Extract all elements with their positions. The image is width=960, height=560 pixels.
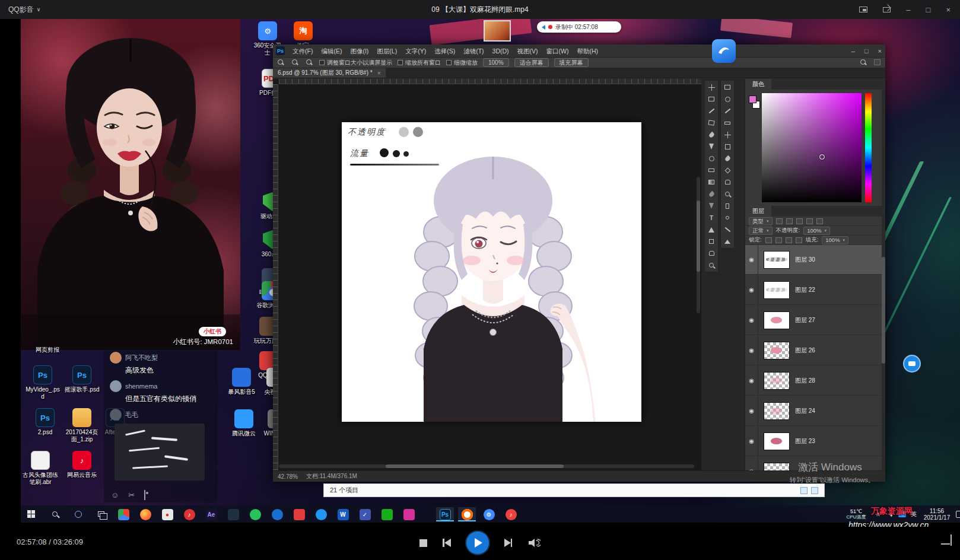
volume-icon[interactable] bbox=[527, 538, 541, 548]
shape-tool-icon[interactable] bbox=[708, 238, 715, 245]
panel-icon[interactable] bbox=[724, 167, 731, 174]
app-menu[interactable]: QQ影音 ∨ bbox=[8, 5, 40, 15]
menu-select[interactable]: 选择(S) bbox=[430, 44, 459, 58]
panel-icon[interactable] bbox=[724, 226, 731, 233]
view-details-icon[interactable] bbox=[800, 487, 808, 494]
gradient-tool-icon[interactable] bbox=[708, 179, 715, 186]
layer-thumbnail[interactable] bbox=[764, 372, 790, 390]
menu-type[interactable]: 文字(Y) bbox=[401, 44, 430, 58]
vertical-scrollbar[interactable] bbox=[697, 177, 700, 313]
crop-tool-icon[interactable] bbox=[708, 119, 715, 126]
saturation-brightness-field[interactable] bbox=[762, 93, 862, 202]
workspace-icon[interactable] bbox=[874, 59, 880, 65]
panel-icon[interactable] bbox=[724, 96, 731, 103]
taskbar-netease-music-icon[interactable]: ♪ bbox=[180, 507, 198, 521]
panel-icon[interactable] bbox=[724, 143, 731, 150]
lock-pixels-icon[interactable] bbox=[775, 237, 782, 243]
layer-thumbnail[interactable] bbox=[764, 311, 790, 329]
visibility-eye-icon[interactable]: ◉ bbox=[745, 336, 758, 365]
panel-icon[interactable] bbox=[724, 119, 731, 126]
layer-row[interactable]: ◉ bbox=[745, 457, 882, 470]
zoom-all-windows-checkbox[interactable]: 缩放所有窗口 bbox=[398, 59, 441, 67]
type-tool-icon[interactable] bbox=[708, 214, 715, 221]
filter-shape-icon[interactable] bbox=[806, 218, 813, 224]
layer-row[interactable]: ◉ 图层 22 bbox=[745, 275, 882, 305]
panel-icon[interactable] bbox=[724, 238, 731, 245]
move-tool-icon[interactable] bbox=[708, 84, 715, 91]
blur-tool-icon[interactable] bbox=[708, 190, 715, 198]
notification-center-icon[interactable] bbox=[955, 505, 960, 523]
filter-pixel-icon[interactable] bbox=[776, 218, 783, 224]
eraser-tool-icon[interactable] bbox=[708, 167, 715, 174]
visibility-eye-icon[interactable]: ◉ bbox=[745, 396, 758, 426]
color-panel-tab[interactable]: 颜色 bbox=[745, 79, 771, 90]
layer-thumbnail[interactable] bbox=[764, 342, 790, 359]
lasso-tool-icon[interactable] bbox=[708, 107, 715, 114]
visibility-eye-icon[interactable]: ◉ bbox=[745, 457, 758, 471]
task-view-icon[interactable] bbox=[93, 507, 109, 521]
layer-row[interactable]: ◉ 图层 26 bbox=[745, 336, 882, 365]
search-icon[interactable] bbox=[860, 59, 867, 66]
zoom-out-icon[interactable] bbox=[306, 59, 313, 66]
opacity-select[interactable]: 100%▾ bbox=[803, 227, 830, 235]
canvas-area[interactable]: 不透明度 流量 bbox=[273, 79, 701, 470]
fill-select[interactable]: 100%▾ bbox=[822, 236, 848, 244]
taskbar-cctv-icon[interactable]: ● bbox=[158, 507, 176, 521]
menu-edit[interactable]: 编辑(E) bbox=[317, 44, 346, 58]
menu-view[interactable]: 视图(V) bbox=[513, 44, 542, 58]
panel-icon[interactable] bbox=[724, 84, 731, 91]
desktop-icon-weiyun[interactable]: 腾讯微云 bbox=[227, 409, 260, 437]
filter-smartobject-icon[interactable] bbox=[816, 218, 823, 224]
panel-scrollbar[interactable] bbox=[882, 79, 885, 470]
taskbar-dingtalk-icon[interactable] bbox=[312, 507, 330, 521]
play-button[interactable] bbox=[466, 532, 489, 554]
desktop-icon-webclip[interactable]: 网页剪报 bbox=[22, 346, 73, 354]
cortana-icon[interactable] bbox=[71, 507, 86, 521]
zoom-tool-icon[interactable] bbox=[278, 59, 284, 66]
menu-help[interactable]: 帮助(H) bbox=[573, 44, 603, 58]
layer-thumbnail[interactable] bbox=[764, 281, 790, 299]
taskbar-wechat-icon[interactable] bbox=[378, 507, 396, 521]
layer-row[interactable]: ◉ 图层 28 bbox=[745, 366, 882, 396]
taskbar-red-app-icon[interactable] bbox=[290, 507, 308, 521]
hue-slider[interactable] bbox=[865, 93, 872, 202]
taskbar-word-icon[interactable]: W bbox=[334, 507, 352, 521]
horizontal-scrollbar[interactable] bbox=[279, 464, 694, 468]
taskbar-after-effects-icon[interactable]: Ae bbox=[202, 507, 220, 521]
visibility-eye-icon[interactable]: ◉ bbox=[745, 427, 758, 456]
visibility-eye-icon[interactable]: ◉ bbox=[745, 275, 758, 305]
menu-3d[interactable]: 3D(D) bbox=[488, 44, 513, 58]
layers-panel-tab[interactable]: 图层 bbox=[745, 206, 771, 217]
layer-thumbnail[interactable] bbox=[764, 251, 790, 269]
sidebar-toggle-icon[interactable] bbox=[951, 535, 952, 546]
desktop-icon-abr[interactable]: 古风头像团练笔刷.abr bbox=[22, 451, 59, 486]
chat-image-brushes[interactable] bbox=[115, 424, 205, 481]
desktop-icon-2psd[interactable]: Ps 2.psd bbox=[27, 408, 63, 436]
visibility-eye-icon[interactable]: ◉ bbox=[745, 245, 758, 275]
document-tab[interactable]: 6.psd @ 91.7% (图层 30, RGB/8#) * × bbox=[273, 68, 386, 78]
panel-icon[interactable] bbox=[724, 131, 731, 138]
filter-type-icon[interactable] bbox=[796, 218, 803, 224]
floating-assistant-icon[interactable] bbox=[903, 355, 921, 373]
menu-window[interactable]: 窗口(W) bbox=[542, 44, 573, 58]
taskbar-magenta-app-icon[interactable] bbox=[400, 507, 418, 521]
lock-all-icon[interactable] bbox=[796, 237, 802, 243]
layer-thumbnail[interactable] bbox=[764, 402, 790, 420]
zoom-100-button[interactable]: 100% bbox=[483, 58, 509, 67]
hand-tool-icon[interactable] bbox=[708, 250, 715, 257]
minimize-icon[interactable]: – bbox=[906, 5, 910, 14]
clone-tool-icon[interactable] bbox=[708, 155, 715, 162]
next-button[interactable] bbox=[504, 539, 513, 547]
image-icon[interactable] bbox=[144, 491, 145, 499]
fit-screen-button[interactable]: 适合屏幕 bbox=[514, 58, 549, 67]
eyedropper-tool-icon[interactable] bbox=[708, 131, 715, 138]
canvas[interactable]: 不透明度 流量 bbox=[342, 122, 641, 422]
ps-close-icon[interactable]: × bbox=[878, 44, 882, 58]
taskbar-settings-icon[interactable]: ⚙ bbox=[480, 507, 498, 521]
pen-tool-icon[interactable] bbox=[708, 202, 715, 209]
panel-icon[interactable] bbox=[724, 190, 731, 198]
lock-position-icon[interactable] bbox=[786, 237, 792, 243]
taskbar-chrome-icon[interactable] bbox=[115, 507, 132, 521]
taskbar-search-icon[interactable] bbox=[47, 507, 62, 521]
stop-button[interactable] bbox=[419, 539, 427, 547]
